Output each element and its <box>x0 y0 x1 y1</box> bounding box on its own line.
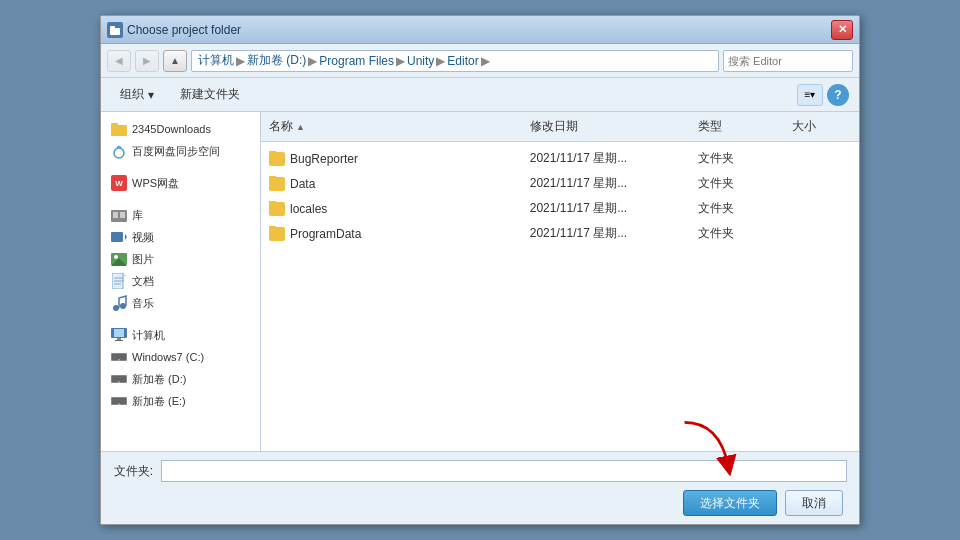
sidebar-item-images[interactable]: 图片 <box>101 248 260 270</box>
file-row-programdata[interactable]: ProgramData 2021/11/17 星期... 文件夹 <box>261 221 859 246</box>
breadcrumb-drive-d[interactable]: 新加卷 (D:) <box>247 52 306 69</box>
view-button[interactable]: ≡▾ <box>797 84 823 106</box>
close-button[interactable]: ✕ <box>831 20 853 40</box>
file-list: BugReporter 2021/11/17 星期... 文件夹 Data 20… <box>261 142 859 451</box>
breadcrumb-computer[interactable]: 计算机 <box>198 52 234 69</box>
breadcrumb-unity[interactable]: Unity <box>407 54 434 68</box>
title-bar: Choose project folder ✕ <box>101 16 859 44</box>
dialog-title: Choose project folder <box>127 23 241 37</box>
file-date-bugreporter: 2021/11/17 星期... <box>522 149 690 168</box>
sidebar-item-drive-d[interactable]: 新加卷 (D:) <box>101 368 260 390</box>
docs-icon <box>111 273 127 289</box>
filename-input[interactable] <box>161 460 847 482</box>
sidebar-images-label: 图片 <box>132 252 154 267</box>
svg-rect-3 <box>111 123 118 127</box>
win7-drive-icon <box>111 349 127 365</box>
choose-folder-dialog: Choose project folder ✕ ◀ ▶ ▲ 计算机 ▶ 新加卷 … <box>100 15 860 525</box>
breadcrumb-program-files[interactable]: Program Files <box>319 54 394 68</box>
file-date-programdata: 2021/11/17 星期... <box>522 224 690 243</box>
cancel-button[interactable]: 取消 <box>785 490 843 516</box>
search-input[interactable] <box>724 55 853 67</box>
sidebar-item-drive-e[interactable]: 新加卷 (E:) <box>101 390 260 412</box>
file-type-bugreporter: 文件夹 <box>690 149 784 168</box>
sidebar-drive-d-label: 新加卷 (D:) <box>132 372 186 387</box>
back-button[interactable]: ◀ <box>107 50 131 72</box>
filename-row: 文件夹: <box>113 460 847 482</box>
svg-rect-1 <box>110 26 115 29</box>
drive-e-icon <box>111 393 127 409</box>
up-button[interactable]: ▲ <box>163 50 187 72</box>
file-date-locales: 2021/11/17 星期... <box>522 199 690 218</box>
svg-point-4 <box>114 148 124 158</box>
file-type-programdata: 文件夹 <box>690 224 784 243</box>
main-content: 2345Downloads 百度网盘同步空间 W WPS网盘 <box>101 112 859 451</box>
file-size-bugreporter <box>784 158 859 160</box>
svg-marker-14 <box>123 273 126 276</box>
new-folder-button[interactable]: 新建文件夹 <box>171 82 249 107</box>
folder-title-icon <box>107 22 123 38</box>
help-button[interactable]: ? <box>827 84 849 106</box>
folder-icon <box>269 152 285 166</box>
file-row-bugreporter[interactable]: BugReporter 2021/11/17 星期... 文件夹 <box>261 146 859 171</box>
folder-icon <box>269 177 285 191</box>
sidebar-video-label: 视频 <box>132 230 154 245</box>
sidebar-item-downloads[interactable]: 2345Downloads <box>101 118 260 140</box>
folder-icon <box>269 227 285 241</box>
col-header-name[interactable]: 名称 ▲ <box>261 116 522 137</box>
svg-point-19 <box>120 303 126 309</box>
sidebar-drive-e-label: 新加卷 (E:) <box>132 394 186 409</box>
svg-rect-0 <box>110 28 120 35</box>
sidebar-item-library[interactable]: 库 <box>101 204 260 226</box>
library-icon <box>111 207 127 223</box>
sidebar-music-label: 音乐 <box>132 296 154 311</box>
file-name-bugreporter: BugReporter <box>261 151 522 167</box>
sidebar-downloads-label: 2345Downloads <box>132 123 211 135</box>
toolbar-right: ≡▾ ? <box>797 84 849 106</box>
file-type-locales: 文件夹 <box>690 199 784 218</box>
bottom-bar: 文件夹: 选择文件夹 取消 <box>101 451 859 524</box>
drive-d-icon <box>111 371 127 387</box>
sidebar-item-wps[interactable]: W WPS网盘 <box>101 172 260 194</box>
file-size-locales <box>784 208 859 210</box>
col-header-type[interactable]: 类型 <box>690 116 784 137</box>
baidu-icon <box>111 143 127 159</box>
sidebar-item-video[interactable]: 视频 <box>101 226 260 248</box>
folder-icon <box>269 202 285 216</box>
organize-button[interactable]: 组织 ▾ <box>111 82 163 107</box>
file-name-data: Data <box>261 176 522 192</box>
col-header-date[interactable]: 修改日期 <box>522 116 690 137</box>
file-type-data: 文件夹 <box>690 174 784 193</box>
sidebar-item-baidu[interactable]: 百度网盘同步空间 <box>101 140 260 162</box>
breadcrumb-editor[interactable]: Editor <box>447 54 478 68</box>
sidebar-item-docs[interactable]: 文档 <box>101 270 260 292</box>
sidebar-item-win7[interactable]: Windows7 (C:) <box>101 346 260 368</box>
select-folder-button[interactable]: 选择文件夹 <box>683 490 777 516</box>
file-date-data: 2021/11/17 星期... <box>522 174 690 193</box>
music-icon <box>111 295 127 311</box>
sidebar-baidu-label: 百度网盘同步空间 <box>132 144 220 159</box>
sidebar: 2345Downloads 百度网盘同步空间 W WPS网盘 <box>101 112 261 451</box>
toolbar: 组织 ▾ 新建文件夹 ≡▾ ? <box>101 78 859 112</box>
file-size-programdata <box>784 233 859 235</box>
sidebar-item-music[interactable]: 音乐 <box>101 292 260 314</box>
wps-icon: W <box>111 175 127 191</box>
svg-rect-23 <box>115 340 123 341</box>
svg-point-29 <box>118 381 120 383</box>
sidebar-wps-label: WPS网盘 <box>132 176 179 191</box>
svg-rect-21 <box>114 329 124 337</box>
sidebar-computer-label: 计算机 <box>132 328 165 343</box>
breadcrumb-bar[interactable]: 计算机 ▶ 新加卷 (D:) ▶ Program Files ▶ Unity ▶… <box>191 50 719 72</box>
file-size-data <box>784 183 859 185</box>
images-icon <box>111 251 127 267</box>
col-header-size[interactable]: 大小 <box>784 116 859 137</box>
sidebar-item-computer[interactable]: 计算机 <box>101 324 260 346</box>
video-icon <box>111 229 127 245</box>
file-row-data[interactable]: Data 2021/11/17 星期... 文件夹 <box>261 171 859 196</box>
svg-point-26 <box>118 359 120 361</box>
svg-rect-6 <box>113 212 118 218</box>
file-row-locales[interactable]: locales 2021/11/17 星期... 文件夹 <box>261 196 859 221</box>
filename-label: 文件夹: <box>113 463 153 480</box>
search-box: 🔍 <box>723 50 853 72</box>
svg-point-18 <box>113 305 119 311</box>
forward-button[interactable]: ▶ <box>135 50 159 72</box>
